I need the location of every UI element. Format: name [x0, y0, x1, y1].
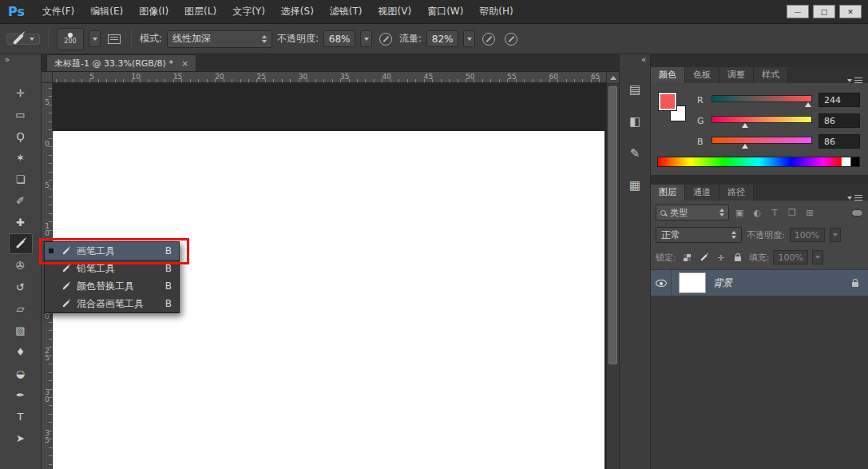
panel-tab[interactable]: 颜色	[651, 67, 685, 83]
channel-slider[interactable]	[711, 93, 812, 106]
panels-collapse-button[interactable]: «	[620, 54, 650, 67]
channel-slider-thumb[interactable]	[742, 144, 748, 149]
channel-slider-thumb[interactable]	[742, 123, 748, 128]
menu-item[interactable]: 帮助(H)	[471, 0, 521, 23]
lock-position-icon[interactable]: ✛	[714, 251, 728, 264]
flyout-item[interactable]: 画笔工具B	[45, 242, 179, 260]
airbrush-button[interactable]	[480, 30, 497, 48]
opacity-field[interactable]: 68%	[323, 30, 355, 47]
properties-panel-icon[interactable]: ◧	[624, 112, 645, 131]
menu-item[interactable]: 窗口(W)	[419, 0, 471, 23]
flyout-item[interactable]: 铅笔工具B	[45, 260, 179, 277]
flyout-item-label: 画笔工具	[77, 244, 158, 258]
history-panel-icon[interactable]: ▤	[624, 80, 645, 99]
quick-selection-tool[interactable]: ✶	[9, 147, 33, 168]
panel-menu-button[interactable]	[842, 195, 868, 201]
smart-object-filter-icon[interactable]: ⊞	[802, 205, 818, 220]
eyedropper-tool[interactable]: ✐	[9, 190, 33, 211]
channel-slider[interactable]	[711, 135, 812, 148]
maximize-button[interactable]: □	[813, 5, 835, 18]
panel-menu-button[interactable]	[842, 78, 868, 83]
channel-slider-thumb[interactable]	[805, 102, 811, 107]
eraser-tool[interactable]: ▱	[9, 298, 33, 319]
separator	[48, 29, 49, 50]
adjustment-layer-filter-icon[interactable]: ◐	[749, 205, 765, 220]
dodge-tool[interactable]: ◒	[9, 363, 33, 384]
channel-value-field[interactable]: 244	[818, 93, 860, 107]
blend-mode-select[interactable]: 线性加深	[167, 30, 272, 48]
pressure-opacity-button[interactable]	[377, 30, 394, 48]
type-layer-filter-icon[interactable]: T	[767, 205, 783, 220]
lock-transparency-icon[interactable]	[680, 251, 695, 264]
layer-blend-mode-select[interactable]: 正常	[656, 227, 742, 243]
brush-preset-dropdown-button[interactable]	[89, 30, 101, 47]
layer-visibility-toggle[interactable]	[651, 270, 672, 296]
lock-position-icon: ✛	[718, 253, 724, 262]
pressure-size-button[interactable]	[502, 30, 520, 48]
group-filter-icon[interactable]: ❒	[784, 205, 800, 220]
rectangular-marquee-tool[interactable]: ▭	[9, 104, 33, 125]
layer-name: 背景	[713, 276, 852, 290]
layer-thumbnail[interactable]	[679, 272, 706, 293]
minimize-button[interactable]: —	[787, 5, 809, 18]
panel-tab[interactable]: 样式	[754, 67, 788, 83]
panel-tab[interactable]: 调整	[719, 67, 754, 83]
brush-presets-panel-icon[interactable]: ✎	[624, 144, 645, 163]
crop-tool[interactable]: ❏	[9, 169, 33, 189]
clone-source-panel-icon[interactable]: ▦	[624, 176, 645, 195]
color-channel-row: G86	[697, 113, 860, 128]
menu-item[interactable]: 滤镜(T)	[322, 0, 371, 23]
layer-filter-kind-select[interactable]: 类型	[656, 205, 729, 221]
foreground-color-swatch[interactable]	[659, 93, 676, 110]
menu-item[interactable]: 编辑(E)	[82, 0, 131, 23]
scrollbar-thumb[interactable]	[608, 86, 617, 364]
panel-tab[interactable]: 色板	[685, 67, 719, 83]
pixel-layer-filter-icon[interactable]: ▣	[731, 205, 747, 220]
move-tool[interactable]: ✛	[9, 82, 33, 103]
color-spectrum-ramp[interactable]	[657, 157, 860, 167]
menu-item[interactable]: 图像(I)	[131, 0, 176, 23]
menu-item[interactable]: 文字(Y)	[224, 0, 273, 23]
clone-stamp-tool[interactable]: ✇	[9, 255, 33, 276]
panel-tab[interactable]: 路径	[719, 185, 754, 201]
lock-pixels-icon[interactable]	[697, 251, 711, 264]
close-icon[interactable]: ×	[181, 58, 188, 69]
blur-tool[interactable]: ♦	[9, 341, 33, 362]
tool-preset-picker[interactable]	[6, 34, 40, 45]
brush-tool[interactable]	[9, 233, 33, 254]
menu-item[interactable]: 视图(V)	[371, 0, 420, 23]
panel-icon-strip: « ▤◧✎▦	[619, 54, 651, 469]
path-selection-tool[interactable]: ➤	[9, 427, 33, 448]
toggle-brush-panel-button[interactable]	[105, 30, 123, 48]
ruler-digit: 0	[43, 313, 51, 320]
panel-tab[interactable]: 通道	[685, 185, 719, 201]
vertical-scrollbar[interactable]	[606, 72, 619, 469]
flyout-item[interactable]: 混合器画笔工具B	[45, 295, 179, 312]
flow-field[interactable]: 82%	[426, 30, 458, 47]
healing-brush-tool[interactable]: ✚	[9, 212, 33, 233]
close-button[interactable]: ✕	[839, 5, 862, 18]
menu-item[interactable]: 文件(F)	[34, 0, 82, 23]
color-panel-tabs: 颜色色板调整样式	[651, 67, 868, 83]
opacity-dropdown-button[interactable]	[360, 30, 372, 47]
brush-preset-picker[interactable]: 200	[57, 28, 84, 50]
lock-all-icon[interactable]	[731, 251, 745, 264]
pen-tool[interactable]: ✒	[9, 384, 33, 405]
panel-tab[interactable]: 图层	[651, 185, 685, 201]
type-tool[interactable]: T	[9, 406, 33, 427]
layer-row[interactable]: 背景	[651, 270, 868, 296]
channel-slider[interactable]	[711, 114, 812, 127]
flyout-item[interactable]: 颜色替换工具B	[45, 277, 179, 295]
history-brush-tool[interactable]: ↺	[9, 276, 33, 297]
toolbar-collapse-button[interactable]: »	[0, 54, 41, 67]
gradient-tool[interactable]: ▧	[9, 320, 33, 340]
document-tab[interactable]: 未标题-1 @ 33.3%(RGB/8) * ×	[46, 54, 196, 71]
flow-dropdown-button[interactable]	[463, 30, 475, 47]
layer-filter-toggle[interactable]	[851, 209, 863, 217]
channel-value-field[interactable]: 86	[818, 113, 860, 128]
lasso-tool[interactable]: Ϙ	[9, 125, 33, 146]
scroll-up-button[interactable]	[607, 72, 619, 84]
channel-value-field[interactable]: 86	[818, 134, 860, 149]
menu-item[interactable]: 图层(L)	[176, 0, 224, 23]
menu-item[interactable]: 选择(S)	[273, 0, 322, 23]
